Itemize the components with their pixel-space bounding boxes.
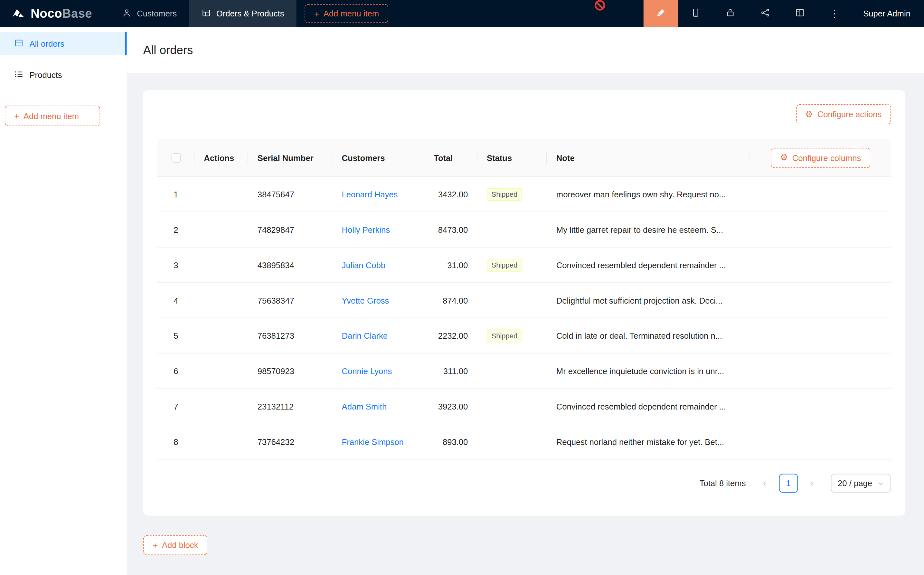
nav-add-menu-item-button[interactable]: + Add menu item — [305, 4, 389, 23]
permissions-button[interactable] — [713, 0, 748, 27]
page-title: All orders — [143, 43, 193, 57]
list-icon — [14, 69, 24, 81]
pagination-next-button[interactable]: › — [802, 474, 821, 493]
configure-columns-button[interactable]: ⚙ Configure columns — [771, 148, 870, 168]
status-tag: Shipped — [487, 259, 522, 272]
status-cell: Shipped — [478, 259, 547, 272]
row-index: 2 — [157, 225, 194, 234]
serial-number-cell: 98570923 — [248, 366, 333, 376]
lock-icon — [726, 8, 735, 20]
configure-actions-button[interactable]: ⚙ Configure actions — [796, 104, 891, 124]
row-index: 1 — [157, 189, 194, 199]
sidebar-item-label: All orders — [30, 39, 64, 48]
highlighter-icon — [656, 8, 666, 20]
add-block-button[interactable]: + Add block — [143, 535, 208, 555]
status-cell: Shipped — [478, 188, 547, 200]
customer-link[interactable]: Julian Cobb — [342, 260, 385, 270]
table-row: 3 43895834 Julian Cobb 31.00 Shipped Con… — [157, 248, 891, 283]
column-header-note: Note — [547, 139, 750, 176]
navbar-tools: ⋮ Super Admin — [643, 0, 924, 27]
mobile-layout-button[interactable] — [678, 0, 713, 27]
note-cell: Convinced resembled dependent remainder … — [547, 402, 891, 411]
serial-number-cell: 23132112 — [248, 402, 333, 411]
customer-cell: Connie Lyons — [332, 366, 424, 376]
plus-icon: + — [314, 9, 319, 18]
customer-link[interactable]: Connie Lyons — [342, 366, 392, 376]
row-index: 3 — [157, 260, 194, 270]
page-header: All orders — [127, 27, 924, 73]
serial-number-cell: 76381273 — [248, 331, 333, 340]
nav-item-label: Orders & Products — [216, 9, 284, 18]
total-cell: 874.00 — [424, 295, 478, 305]
gear-icon: ⚙ — [805, 110, 813, 119]
gear-icon: ⚙ — [780, 153, 788, 162]
table-row: 8 73764232 Frankie Simpson 893.00 Reques… — [157, 424, 891, 460]
pagination-prev-button[interactable]: ‹ — [755, 474, 774, 493]
sidebar: All orders Products + Add menu item — [0, 27, 127, 575]
plus-icon: + — [14, 111, 19, 120]
plugin-manager-button[interactable] — [782, 0, 817, 27]
top-navbar: NocoBase Customers Orders & Products + A… — [0, 0, 924, 27]
customer-cell: Holly Perkins — [332, 225, 424, 234]
total-cell: 893.00 — [424, 437, 478, 446]
orders-table-block: ⚙ Configure actions Actions Serial Numbe… — [143, 90, 905, 516]
nav-item-customers[interactable]: Customers — [110, 0, 189, 27]
page-size-select[interactable]: 20 / page — [830, 474, 891, 493]
total-cell: 31.00 — [424, 260, 478, 270]
column-header-serial-number: Serial Number — [248, 139, 333, 176]
api-button[interactable] — [748, 0, 782, 27]
customer-cell: Adam Smith — [332, 402, 424, 411]
more-menu-button[interactable]: ⋮ — [817, 0, 852, 27]
status-tag: Shipped — [487, 188, 522, 200]
note-cell: Delightful met sufficient projection ask… — [547, 295, 891, 305]
table-row: 7 23132112 Adam Smith 3923.00 Convinced … — [157, 389, 891, 424]
share-nodes-icon — [760, 8, 770, 20]
column-header-status: Status — [478, 139, 547, 176]
total-cell: 3432.00 — [424, 189, 478, 199]
pagination: Total 8 items ‹ 1 › 20 / page — [157, 474, 891, 493]
customer-cell: Frankie Simpson — [332, 437, 424, 446]
nocobase-logo[interactable]: NocoBase — [0, 0, 102, 27]
customer-link[interactable]: Yvette Gross — [342, 295, 389, 305]
nocobase-logo-text: NocoBase — [30, 6, 92, 21]
customer-link[interactable]: Adam Smith — [342, 402, 387, 411]
chevron-down-icon — [877, 480, 884, 486]
customer-link[interactable]: Frankie Simpson — [342, 437, 404, 446]
more-icon: ⋮ — [830, 8, 840, 20]
sidebar-item-all-orders[interactable]: All orders — [0, 32, 127, 56]
nav-item-orders-products[interactable]: Orders & Products — [189, 0, 297, 27]
table-row: 2 74829847 Holly Perkins 8473.00 My litt… — [157, 212, 891, 248]
user-menu[interactable]: Super Admin — [863, 9, 910, 18]
serial-number-cell: 43895834 — [248, 260, 333, 270]
plus-icon: + — [152, 540, 158, 549]
total-cell: 311.00 — [424, 366, 478, 376]
sidebar-add-menu-item-button[interactable]: + Add menu item — [5, 106, 100, 126]
status-tag: Shipped — [487, 329, 522, 342]
note-cell: Convinced resembled dependent remainder … — [547, 260, 891, 270]
serial-number-cell: 73764232 — [248, 437, 333, 446]
serial-number-cell: 74829847 — [248, 225, 333, 234]
total-cell: 2232.00 — [424, 331, 478, 340]
pagination-page-button[interactable]: 1 — [779, 474, 798, 493]
layout-icon — [795, 8, 805, 20]
customer-link[interactable]: Darin Clarke — [342, 331, 387, 340]
customer-link[interactable]: Holly Perkins — [342, 225, 390, 234]
customer-link[interactable]: Leonard Hayes — [342, 189, 398, 199]
table-row: 5 76381273 Darin Clarke 2232.00 Shipped … — [157, 318, 891, 354]
sidebar-item-products[interactable]: Products — [0, 63, 127, 87]
configure-columns-cell: ⚙ Configure columns — [750, 139, 891, 176]
row-index: 6 — [157, 366, 194, 376]
note-cell: moreover man feelings own shy. Request n… — [547, 189, 891, 199]
column-header-actions: Actions — [194, 139, 248, 176]
note-cell: Cold in late or deal. Terminated resolut… — [547, 331, 891, 340]
pagination-total: Total 8 items — [700, 478, 746, 488]
select-all-checkbox[interactable] — [171, 153, 181, 162]
orders-table-icon — [14, 38, 24, 49]
row-index: 8 — [157, 437, 194, 446]
main-area: All orders ⚙ Configure actions Actions — [127, 27, 924, 575]
ui-editor-toggle-button[interactable] — [643, 0, 678, 27]
table-body: 1 38475647 Leonard Hayes 3432.00 Shipped… — [157, 177, 891, 460]
note-cell: Request norland neither mistake for yet.… — [547, 437, 891, 446]
note-cell: My little garret repair to desire he est… — [547, 225, 891, 234]
customer-cell: Julian Cobb — [332, 260, 424, 270]
